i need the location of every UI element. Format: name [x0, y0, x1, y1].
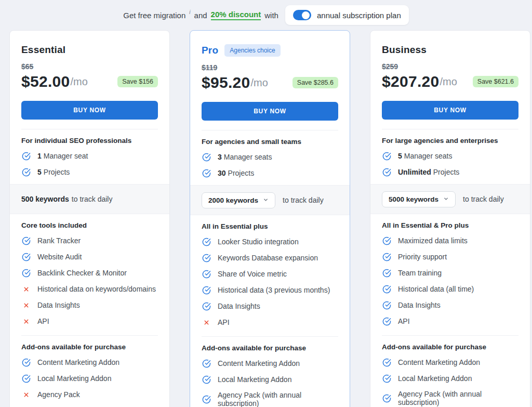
old-price: $65 — [21, 62, 158, 71]
feature-label: Local Marketing Addon — [37, 374, 111, 383]
audience-heading: For individual SEO professionals — [21, 137, 158, 145]
feature-item: Backlink Checker & Monitor — [21, 268, 158, 278]
keywords-suffix: to track daily — [283, 196, 324, 204]
feature-label: Historical data (3 previous months) — [218, 286, 330, 294]
seat-item: 5Projects — [21, 167, 158, 177]
buy-now-button[interactable]: BUY NOW — [382, 101, 518, 120]
feature-label: Local Marketing Addon — [218, 375, 291, 384]
feature-label: Historical data on keywords/domains — [37, 285, 156, 293]
feature-item: Local Marketing Addon — [21, 374, 158, 383]
feature-label: API — [37, 317, 49, 325]
promo-text: Get free migration — [123, 11, 185, 20]
audience-heading: For large agencies and enterprises — [382, 137, 518, 145]
check-circle-icon — [21, 168, 31, 177]
feature-item: API — [21, 317, 158, 326]
check-circle-icon — [382, 374, 391, 383]
features-heading: All in Essential & Pro plus — [382, 221, 518, 229]
buy-now-button[interactable]: BUY NOW — [21, 101, 158, 120]
feature-item: Share of Voice metric — [202, 269, 338, 279]
price-period: /mo — [251, 77, 268, 89]
check-circle-icon — [382, 237, 391, 245]
current-price: $52.00 — [21, 73, 70, 90]
annual-subscription-toggle[interactable] — [293, 10, 311, 20]
seat-label: 5Projects — [37, 168, 70, 176]
keywords-dropdown[interactable]: 5000 keywords — [382, 191, 456, 207]
feature-item: Agency Pack (with annual subscription) — [202, 391, 338, 407]
plan-card-essential: Essential$65$52.00/moSave $156BUY NOWFor… — [9, 30, 170, 407]
feature-label: Rank Tracker — [37, 237, 81, 245]
check-circle-icon — [382, 301, 391, 310]
feature-label: Keywords Database expansion — [218, 254, 318, 262]
audience-heading: For agencies and small teams — [202, 138, 338, 146]
feature-item: Agency Pack (with annual subscription) — [382, 390, 518, 406]
check-circle-icon — [202, 286, 211, 295]
feature-label: API — [218, 318, 230, 326]
feature-label: Share of Voice metric — [218, 270, 287, 278]
feature-item: Data Insights — [21, 300, 158, 310]
check-circle-icon — [202, 169, 211, 178]
check-circle-icon — [21, 152, 31, 161]
feature-item: Data Insights — [382, 300, 518, 310]
save-badge: Save $285.6 — [292, 77, 338, 88]
check-circle-icon — [202, 395, 211, 404]
check-circle-icon — [382, 394, 391, 403]
feature-item: Historical data on keywords/domains — [21, 284, 158, 294]
feature-label: Looker Studio integration — [218, 238, 299, 246]
divider — [382, 335, 518, 336]
keywords-strip: 500 keywordsto track daily — [10, 184, 169, 214]
seat-label: UnlimitedProjects — [398, 168, 459, 176]
check-circle-icon — [21, 374, 31, 383]
seat-item: 1Manager seat — [21, 151, 158, 161]
check-circle-icon — [21, 237, 31, 245]
promo-and-text: and — [194, 11, 207, 20]
feature-label: Content Marketing Addon — [398, 358, 480, 366]
keywords-dropdown[interactable]: 2000 keywords — [202, 192, 275, 208]
feature-item: Priority support — [382, 252, 518, 261]
feature-label: Team training — [398, 269, 442, 277]
feature-item: Rank Tracker — [21, 236, 158, 245]
feature-label: Priority support — [398, 253, 447, 261]
check-circle-icon — [21, 269, 31, 278]
plan-card-pro: ProAgencies choice$119$95.20/moSave $285… — [190, 30, 350, 407]
current-price: $207.20 — [382, 73, 440, 90]
keywords-strip: 2000 keywordsto track daily — [190, 185, 350, 215]
save-badge: Save $621.6 — [473, 76, 518, 87]
plan-card-business: Business$259$207.20/moSave $621.6BUY NOW… — [370, 30, 530, 407]
divider — [202, 336, 338, 337]
feature-label: Data Insights — [398, 301, 441, 309]
addons-heading: Add-ons available for purchase — [382, 343, 518, 351]
plan-title: Essential — [21, 44, 65, 56]
promo-with-text: with — [264, 11, 278, 20]
cross-icon — [202, 319, 211, 326]
feature-label: Agency Pack (with annual subscription) — [398, 390, 518, 406]
check-circle-icon — [382, 317, 391, 326]
plan-title: Business — [382, 44, 427, 56]
feature-item: Content Marketing Addon — [21, 358, 158, 367]
old-price: $119 — [202, 63, 338, 72]
chevron-down-icon — [263, 196, 269, 204]
keywords-text: 500 keywordsto track daily — [21, 195, 112, 203]
check-circle-icon — [382, 285, 391, 294]
save-badge: Save $156 — [117, 76, 158, 87]
cross-icon — [21, 318, 31, 325]
feature-label: Content Marketing Addon — [218, 359, 300, 367]
feature-item: Content Marketing Addon — [202, 359, 338, 368]
seat-label: 5Manager seats — [398, 152, 452, 160]
plan-title: Pro — [202, 45, 218, 56]
seat-item: 3Manager seats — [202, 152, 338, 162]
feature-label: Historical data (all time) — [398, 285, 474, 293]
check-circle-icon — [382, 168, 391, 177]
feature-item: Team training — [382, 268, 518, 278]
discount-link[interactable]: 20% discount — [211, 10, 261, 20]
check-circle-icon — [382, 358, 391, 367]
seat-label: 3Manager seats — [218, 153, 272, 161]
divider — [382, 129, 518, 129]
buy-now-button[interactable]: BUY NOW — [202, 102, 338, 121]
seat-item: UnlimitedProjects — [382, 167, 518, 177]
check-circle-icon — [202, 270, 211, 279]
keywords-suffix: to track daily — [463, 195, 504, 203]
feature-item: Local Marketing Addon — [382, 374, 518, 383]
check-circle-icon — [21, 253, 31, 261]
price-period: /mo — [71, 76, 88, 88]
toggle-label: annual subscription plan — [317, 11, 401, 20]
